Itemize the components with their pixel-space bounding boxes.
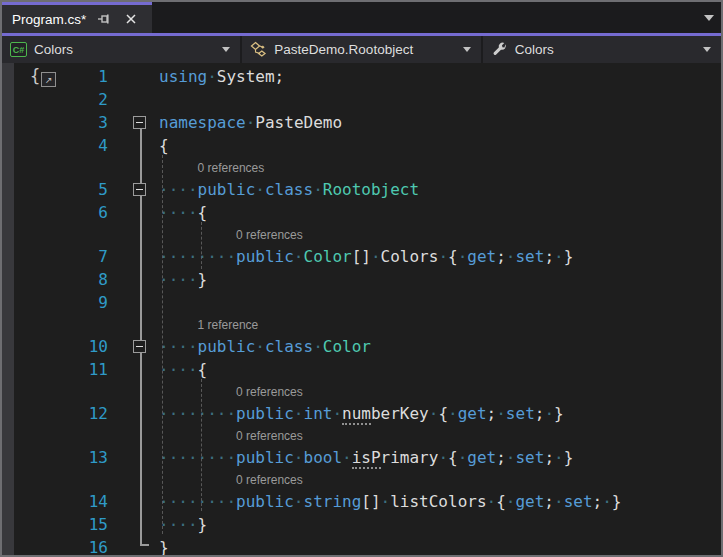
- document-tab-strip: Program.cs*: [2, 2, 721, 33]
- line-number: 15: [2, 515, 108, 534]
- line-number: 3: [2, 113, 108, 132]
- codelens-row: 0 references: [2, 157, 721, 178]
- line-number: 13: [2, 448, 108, 467]
- line-number: 10: [2, 337, 108, 356]
- line-number: 1: [2, 67, 108, 86]
- codelens-row: 0 references: [2, 381, 721, 402]
- codelens-references[interactable]: 1 reference: [198, 318, 259, 332]
- navigation-bar: C# Colors PasteDemo.Rootobject: [2, 36, 721, 63]
- close-icon[interactable]: [122, 10, 140, 28]
- line-number: 16: [2, 538, 108, 557]
- code-line[interactable]: 12········public·int·numberKey·{·get;·se…: [2, 402, 721, 425]
- code-text: ········public·bool·isPrimary·{·get;·set…: [153, 446, 573, 469]
- line-number: 12: [2, 404, 108, 423]
- code-line[interactable]: 5····public·class·Rootobject: [2, 178, 721, 201]
- member-dropdown[interactable]: Colors: [483, 36, 721, 63]
- pin-icon[interactable]: [95, 10, 113, 28]
- codelens-row: 0 references: [2, 224, 721, 245]
- code-line[interactable]: 11····{: [2, 358, 721, 381]
- code-line[interactable]: 2: [2, 88, 721, 111]
- code-text: ····{: [153, 358, 207, 381]
- line-number: 5: [2, 180, 108, 199]
- code-text: }: [153, 536, 169, 557]
- member-dropdown-label: Colors: [515, 42, 696, 57]
- outlining-margin: [108, 201, 153, 224]
- type-dropdown[interactable]: PasteDemo.Rootobject: [242, 36, 482, 63]
- code-line[interactable]: 6····{: [2, 201, 721, 224]
- outlining-margin: [108, 358, 153, 381]
- code-text: ········public·Color[]·Colors·{·get;·set…: [153, 245, 573, 268]
- outlining-margin: [108, 134, 153, 157]
- project-dropdown[interactable]: C# Colors: [2, 36, 242, 63]
- code-line[interactable]: 7········public·Color[]·Colors·{·get;·se…: [2, 245, 721, 268]
- tab-program-cs[interactable]: Program.cs*: [2, 2, 152, 33]
- outlining-margin: [108, 536, 153, 557]
- code-line[interactable]: 13········public·bool·isPrimary·{·get;·s…: [2, 446, 721, 469]
- tab-title: Program.cs*: [12, 12, 86, 27]
- outlining-margin: [108, 65, 153, 88]
- outlining-margin: [108, 291, 153, 314]
- outlining-margin: [108, 335, 153, 358]
- line-number: 9: [2, 293, 108, 312]
- codelens-row: 1 reference: [2, 314, 721, 335]
- code-text: ····}: [153, 268, 207, 291]
- outlining-margin: [108, 513, 153, 536]
- line-number: 6: [2, 203, 108, 222]
- chevron-down-icon: [463, 47, 471, 52]
- codelens-references[interactable]: 0 references: [236, 473, 303, 487]
- code-line[interactable]: 16}: [2, 536, 721, 557]
- chevron-down-icon: [222, 47, 230, 52]
- fold-collapse-toggle[interactable]: [133, 116, 146, 129]
- code-text: namespace·PasteDemo: [153, 111, 342, 134]
- codelens-references[interactable]: 0 references: [236, 429, 303, 443]
- code-line[interactable]: 1using·System;: [2, 65, 721, 88]
- outlining-margin: [108, 111, 153, 134]
- wrench-icon: [491, 41, 508, 58]
- outlining-margin: [108, 245, 153, 268]
- chevron-down-icon: [703, 47, 711, 52]
- outlining-margin: [108, 446, 153, 469]
- codelens-references[interactable]: 0 references: [236, 228, 303, 242]
- outlining-margin: [108, 268, 153, 291]
- code-line[interactable]: 3namespace·PasteDemo: [2, 111, 721, 134]
- code-text: ········public·string[]·listColors·{·get…: [153, 490, 621, 513]
- code-text: ····public·class·Color: [153, 335, 371, 358]
- outlining-margin: [108, 490, 153, 513]
- line-number: 14: [2, 492, 108, 511]
- project-dropdown-label: Colors: [34, 42, 215, 57]
- code-line[interactable]: 4{: [2, 134, 721, 157]
- code-lines: 1using·System;23namespace·PasteDemo4{0 r…: [2, 65, 721, 557]
- outlining-margin: [108, 178, 153, 201]
- codelens-references[interactable]: 0 references: [198, 161, 265, 175]
- code-editor[interactable]: { ↗ 1using·System;23namespace·PasteDemo4…: [2, 63, 721, 557]
- outlining-margin: [108, 402, 153, 425]
- code-text: {: [153, 134, 169, 157]
- tab-list-dropdown-icon[interactable]: [704, 15, 714, 21]
- code-text: ········public·int·numberKey·{·get;·set;…: [153, 402, 564, 425]
- code-line[interactable]: 15····}: [2, 513, 721, 536]
- codelens-row: 0 references: [2, 425, 721, 446]
- fold-collapse-toggle[interactable]: [133, 183, 146, 196]
- code-line[interactable]: 8····}: [2, 268, 721, 291]
- code-text: ····{: [153, 201, 207, 224]
- fold-collapse-toggle[interactable]: [133, 340, 146, 353]
- code-text: ····public·class·Rootobject: [153, 178, 419, 201]
- outlining-margin: [108, 88, 153, 111]
- line-number: 11: [2, 360, 108, 379]
- line-number: 7: [2, 247, 108, 266]
- code-text: using·System;: [153, 65, 284, 88]
- codelens-references[interactable]: 0 references: [236, 385, 303, 399]
- line-number: 4: [2, 136, 108, 155]
- line-number: 8: [2, 270, 108, 289]
- type-hierarchy-icon: [250, 41, 267, 58]
- code-line[interactable]: 9: [2, 291, 721, 314]
- csharp-project-icon: C#: [10, 42, 27, 57]
- code-line[interactable]: 14········public·string[]·listColors·{·g…: [2, 490, 721, 513]
- vs-editor-window: Program.cs* C# Colors: [0, 0, 723, 557]
- code-line[interactable]: 10····public·class·Color: [2, 335, 721, 358]
- line-number: 2: [2, 90, 108, 109]
- code-text: ····}: [153, 513, 207, 536]
- codelens-row: 0 references: [2, 469, 721, 490]
- type-dropdown-label: PasteDemo.Rootobject: [274, 42, 455, 57]
